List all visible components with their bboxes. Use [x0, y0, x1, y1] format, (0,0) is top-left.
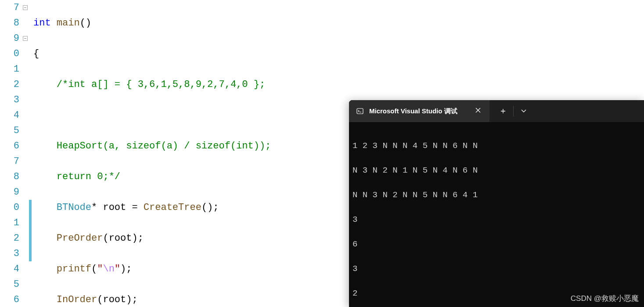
line-number: 5	[0, 123, 22, 138]
line-number: 3	[0, 92, 22, 108]
change-mark	[29, 200, 32, 261]
terminal-tab-title: Microsoft Visual Studio 调试	[369, 107, 457, 116]
output-line: N N 3 N 2 N N 5 N N 6 4 1	[353, 189, 640, 201]
line-number: 4	[0, 261, 22, 277]
svg-rect-0	[357, 108, 363, 114]
code-line: /*int a[] = { 3,6,1,5,8,9,2,7,4,0 };	[33, 77, 644, 92]
output-line: 6	[353, 238, 640, 250]
watermark: CSDN @救赎小恶魔	[571, 293, 639, 303]
line-number: 8	[0, 169, 22, 184]
line-number: 2	[0, 77, 22, 92]
titlebar-controls	[493, 100, 534, 122]
fold-toggle-icon[interactable]	[23, 5, 28, 10]
line-number: 2	[0, 231, 22, 246]
line-number: 5	[0, 277, 22, 292]
output-line: N 3 N 2 N 1 N 5 N 4 N 6 N	[353, 164, 640, 177]
new-tab-button[interactable]	[493, 100, 513, 122]
line-number: 9	[0, 31, 22, 46]
line-number: 3	[0, 246, 22, 261]
output-line: 3	[353, 263, 640, 275]
output-line: 3	[353, 213, 640, 226]
dropdown-button[interactable]	[514, 100, 534, 122]
line-number: 1	[0, 215, 22, 231]
line-number: 1	[0, 61, 22, 77]
fold-gutter	[22, 0, 29, 307]
line-number: 7	[0, 154, 22, 169]
terminal-titlebar[interactable]: Microsoft Visual Studio 调试	[349, 100, 644, 122]
terminal-output[interactable]: 1 2 3 N N N 4 5 N N 6 N N N 3 N 2 N 1 N …	[349, 122, 644, 307]
line-number: 6	[0, 292, 22, 307]
fold-toggle-icon[interactable]	[23, 36, 28, 41]
output-line: 1 2 3 N N N 4 5 N N 6 N N	[353, 140, 640, 152]
change-indicator-gutter	[29, 0, 32, 307]
terminal-window: Microsoft Visual Studio 调试 1 2 3 N N N 4…	[349, 100, 644, 307]
terminal-icon	[356, 107, 364, 115]
line-number: 6	[0, 138, 22, 154]
line-number: 7	[0, 0, 22, 15]
line-number: 0	[0, 200, 22, 215]
close-icon[interactable]	[474, 105, 482, 117]
line-number-gutter: 7 8 9 0 1 2 3 4 5 6 7 8 9 0 1 2 3 4 5 6	[0, 0, 22, 307]
terminal-tab[interactable]: Microsoft Visual Studio 调试	[349, 100, 489, 122]
code-line: int main()	[33, 15, 644, 31]
line-number: 4	[0, 108, 22, 123]
code-line: {	[33, 46, 644, 61]
line-number: 0	[0, 46, 22, 61]
line-number: 9	[0, 184, 22, 200]
line-number: 8	[0, 15, 22, 31]
